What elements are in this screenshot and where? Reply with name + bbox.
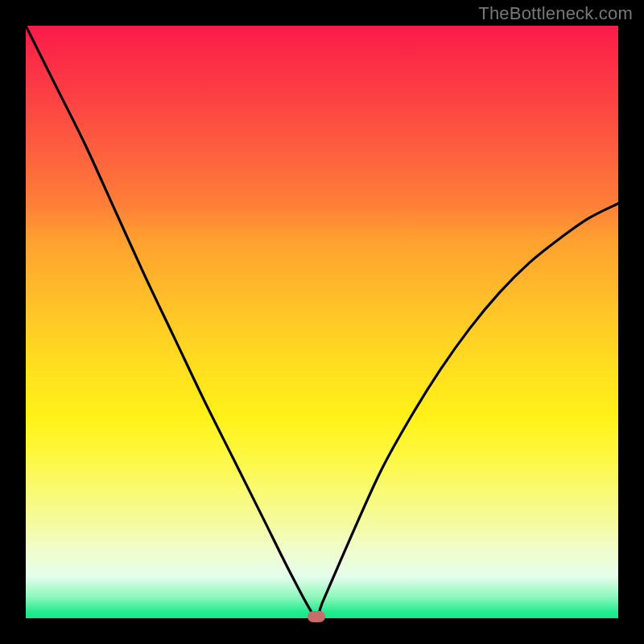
minimum-marker	[308, 611, 325, 622]
bottleneck-curve	[26, 26, 618, 618]
curve-path	[26, 26, 618, 618]
watermark-text: TheBottleneck.com	[478, 3, 633, 24]
chart-frame: TheBottleneck.com	[0, 0, 644, 644]
plot-area	[26, 26, 618, 618]
